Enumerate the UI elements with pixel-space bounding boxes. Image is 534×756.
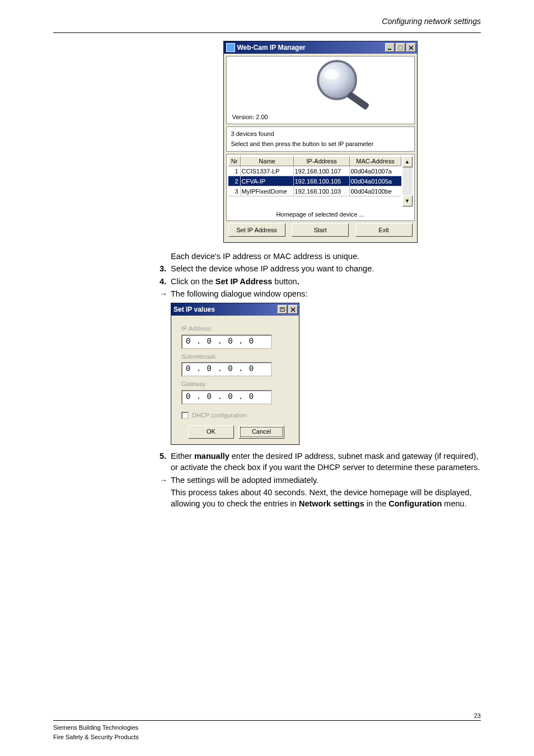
dhcp-checkbox[interactable] <box>181 412 189 419</box>
svg-rect-1 <box>398 45 402 49</box>
start-button[interactable]: Start <box>292 223 349 237</box>
ip-manager-window: Web-Cam IP Manager <box>223 41 418 243</box>
devices-found-label: 3 devices found <box>231 129 410 139</box>
step-3-text: Select the device whose IP address you w… <box>171 263 374 274</box>
process-note: This process takes about 40 seconds. Nex… <box>171 487 481 510</box>
set-ip-window: Set IP values IP Address 0 . 0 . 0 . 0 S… <box>171 303 299 445</box>
page-number: 23 <box>474 711 481 721</box>
subnetmask-field[interactable]: 0 . 0 . 0 . 0 <box>181 362 272 377</box>
table-row[interactable]: 3 MyIPFixedDome 192.168.100.103 00d04a01… <box>228 186 401 196</box>
ip-address-label: IP Address <box>181 325 291 333</box>
page-header-caption: Configuring network settings <box>53 17 481 26</box>
set-ip-address-button[interactable]: Set IP Address <box>228 223 285 237</box>
minimize-icon[interactable] <box>385 43 395 52</box>
app-icon <box>226 43 235 52</box>
scroll-up-icon[interactable]: ▲ <box>402 156 413 167</box>
ip-manager-banner: Version: 2.00 <box>226 56 415 124</box>
help-icon[interactable] <box>278 305 287 314</box>
svg-rect-5 <box>280 308 284 311</box>
col-name[interactable]: Name <box>241 156 294 166</box>
table-scrollbar[interactable]: ▲ ▼ <box>402 156 413 206</box>
body-unique-note: Each device's IP address or MAC address … <box>171 251 481 262</box>
ip-manager-titlebar[interactable]: Web-Cam IP Manager <box>224 41 417 54</box>
homepage-label: Homepage of selected device ... <box>228 206 413 219</box>
gateway-field[interactable]: 0 . 0 . 0 . 0 <box>181 390 272 405</box>
dhcp-label: DHCP configuration <box>192 411 246 420</box>
set-ip-titlebar[interactable]: Set IP values <box>171 303 299 316</box>
step-3-number: 3. <box>160 263 171 274</box>
ip-manager-title: Web-Cam IP Manager <box>237 44 385 51</box>
scroll-track[interactable] <box>402 167 413 195</box>
step-4-number: 4. <box>160 276 171 287</box>
device-table: Nr Name IP-Address MAC-Address 1 CCIS133… <box>226 154 415 221</box>
footer-org-2: Fire Safety & Security Products <box>53 732 139 742</box>
step-5-number: 5. <box>160 450 171 473</box>
footer-org-1: Siemens Building Technologies <box>53 723 139 732</box>
col-nr[interactable]: Nr <box>228 156 241 166</box>
table-row[interactable]: 1 CCIS1337-LP 192.168.100.107 00d04a0100… <box>228 166 401 176</box>
set-ip-title: Set IP values <box>174 305 278 314</box>
magnifier-icon <box>310 58 377 111</box>
svg-point-3 <box>324 69 339 79</box>
col-ip[interactable]: IP-Address <box>294 156 350 166</box>
step-5-text: Either manually enter the desired IP add… <box>171 450 481 473</box>
gateway-label: Gateway <box>181 380 291 388</box>
status-panel: 3 devices found Select and then press th… <box>226 126 415 152</box>
settings-adopted-text: The settings will be adopted immediately… <box>171 475 318 486</box>
version-label: Version: 2.00 <box>232 114 268 120</box>
status-instruction: Select and then press the button to set … <box>231 139 410 149</box>
svg-rect-0 <box>387 49 391 50</box>
footer-rule <box>53 720 481 721</box>
step-4-text: Click on the Set IP Address button. <box>171 276 299 287</box>
ok-button[interactable]: OK <box>188 425 234 439</box>
result-arrow-icon: → <box>160 475 171 486</box>
ip-address-field[interactable]: 0 . 0 . 0 . 0 <box>181 335 272 349</box>
table-row[interactable]: 2 CFVA-IP 192.168.100.105 00d04a01005a <box>228 176 401 186</box>
svg-rect-4 <box>346 91 369 110</box>
result-arrow-icon: → <box>160 288 171 299</box>
cancel-button[interactable]: Cancel <box>238 425 284 439</box>
scroll-down-icon[interactable]: ▼ <box>402 195 413 206</box>
exit-button[interactable]: Exit <box>355 223 413 237</box>
maximize-icon <box>396 43 405 52</box>
dialog-opens-text: The following dialogue window opens: <box>171 288 307 299</box>
close-icon[interactable] <box>406 43 416 52</box>
col-mac[interactable]: MAC-Address <box>350 156 401 166</box>
subnetmask-label: Subnetmask <box>181 353 291 361</box>
close-icon[interactable] <box>288 305 298 314</box>
